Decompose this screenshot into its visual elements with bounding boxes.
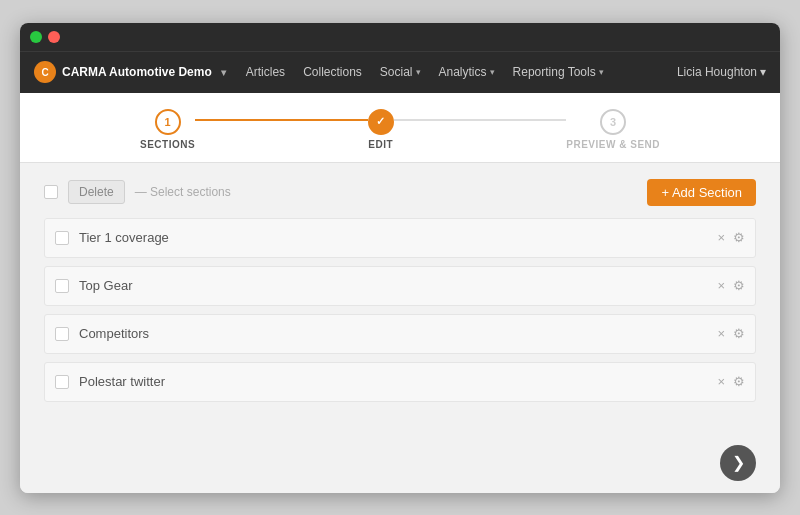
stepper: 1 SECTIONS ✓ EDIT 3 (20, 93, 780, 163)
step-2-circle: ✓ (368, 109, 394, 135)
brand-logo: C (34, 61, 56, 83)
main-content: 1 SECTIONS ✓ EDIT 3 (20, 93, 780, 493)
section-actions-2: × ⚙ (717, 326, 745, 341)
section-gear-icon-2[interactable]: ⚙ (733, 326, 745, 341)
navbar: C CARMA Automotive Demo ▾ Articles Colle… (20, 51, 780, 93)
section-row: Competitors × ⚙ (44, 314, 756, 354)
section-actions-3: × ⚙ (717, 374, 745, 389)
section-checkbox-2[interactable] (55, 327, 69, 341)
select-hint: — Select sections (135, 185, 231, 199)
step-1-label: SECTIONS (140, 139, 195, 150)
step-1: 1 SECTIONS (140, 109, 195, 150)
nav-links: Articles Collections Social ▾ Analytics … (246, 65, 677, 79)
section-row: Polestar twitter × ⚙ (44, 362, 756, 402)
section-close-icon-2[interactable]: × (717, 326, 725, 341)
section-name-2: Competitors (79, 326, 707, 341)
titlebar-dot-red (48, 31, 60, 43)
user-arrow: ▾ (760, 65, 766, 79)
step-3-circle: 3 (600, 109, 626, 135)
step-line-1 (195, 119, 368, 121)
nav-social[interactable]: Social ▾ (380, 65, 421, 79)
section-gear-icon-3[interactable]: ⚙ (733, 374, 745, 389)
titlebar (20, 23, 780, 51)
reporting-arrow: ▾ (599, 67, 604, 77)
content-area: Delete — Select sections + Add Section T… (20, 163, 780, 437)
nav-reporting-tools[interactable]: Reporting Tools ▾ (513, 65, 604, 79)
section-row: Tier 1 coverage × ⚙ (44, 218, 756, 258)
nav-analytics[interactable]: Analytics ▾ (439, 65, 495, 79)
brand-name: CARMA Automotive Demo (62, 65, 212, 79)
section-checkbox-0[interactable] (55, 231, 69, 245)
analytics-arrow: ▾ (490, 67, 495, 77)
next-btn-container: ❯ (20, 437, 780, 493)
next-button[interactable]: ❯ (720, 445, 756, 481)
section-close-icon-0[interactable]: × (717, 230, 725, 245)
social-arrow: ▾ (416, 67, 421, 77)
nav-articles[interactable]: Articles (246, 65, 285, 79)
titlebar-dot-green (30, 31, 42, 43)
section-checkbox-1[interactable] (55, 279, 69, 293)
step-2: ✓ EDIT (368, 109, 394, 150)
step-1-circle: 1 (155, 109, 181, 135)
select-all-checkbox[interactable] (44, 185, 58, 199)
section-close-icon-3[interactable]: × (717, 374, 725, 389)
app-window: C CARMA Automotive Demo ▾ Articles Colle… (20, 23, 780, 493)
step-3: 3 PREVIEW & SEND (566, 109, 660, 150)
user-name: Licia Houghton (677, 65, 757, 79)
section-name-0: Tier 1 coverage (79, 230, 707, 245)
toolbar: Delete — Select sections + Add Section (44, 179, 756, 206)
section-actions-0: × ⚙ (717, 230, 745, 245)
brand[interactable]: C CARMA Automotive Demo ▾ (34, 61, 226, 83)
section-name-1: Top Gear (79, 278, 707, 293)
add-section-button[interactable]: + Add Section (647, 179, 756, 206)
step-2-label: EDIT (368, 139, 393, 150)
brand-dropdown-arrow: ▾ (221, 67, 226, 78)
section-close-icon-1[interactable]: × (717, 278, 725, 293)
section-gear-icon-0[interactable]: ⚙ (733, 230, 745, 245)
section-actions-1: × ⚙ (717, 278, 745, 293)
user-menu[interactable]: Licia Houghton ▾ (677, 65, 766, 79)
section-checkbox-3[interactable] (55, 375, 69, 389)
step-line-2 (394, 119, 567, 121)
section-gear-icon-1[interactable]: ⚙ (733, 278, 745, 293)
toolbar-left: Delete — Select sections (44, 180, 231, 204)
section-name-3: Polestar twitter (79, 374, 707, 389)
section-row: Top Gear × ⚙ (44, 266, 756, 306)
step-3-label: PREVIEW & SEND (566, 139, 660, 150)
delete-button[interactable]: Delete (68, 180, 125, 204)
nav-collections[interactable]: Collections (303, 65, 362, 79)
